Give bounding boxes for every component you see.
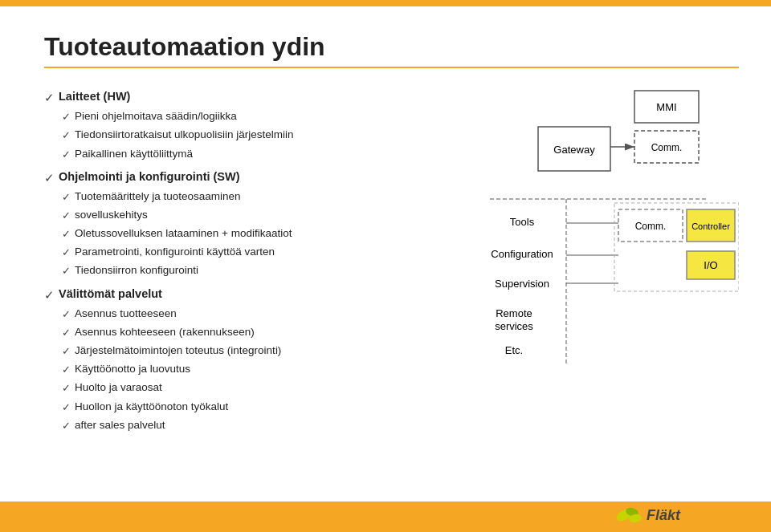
check-icon-s1-1: ✓: [62, 109, 71, 125]
section2-header: ✓ Ohjelmointi ja konfigurointi (SW): [44, 168, 434, 187]
s3-text-5: Huolto ja varaosat: [75, 380, 162, 396]
s3-text-4: Käyttöönotto ja luovutus: [75, 361, 190, 378]
flaktwoods-logo-svg: Fläkt Woods: [614, 502, 759, 528]
check-icon-s3-2: ✓: [62, 325, 71, 341]
tools-label: Tools: [510, 216, 535, 228]
section3-label: Välittömät palvelut: [59, 285, 162, 303]
section2-items: ✓ Tuotemäärittely ja tuoteosaaminen ✓ so…: [62, 189, 434, 280]
s1-item-3: ✓ Paikallinen käyttöliittymä: [62, 146, 434, 163]
s2-text-3: Oletussovelluksen lataaminen + modifikaa…: [75, 225, 292, 242]
s3-text-2: Asennus kohteeseen (rakennukseen): [75, 324, 255, 341]
s3-item-1: ✓ Asennus tuotteeseen: [62, 306, 434, 323]
architecture-diagram: MMI Comm. Gateway Tools Configuration Su…: [450, 83, 739, 396]
check-icon-s3: ✓: [44, 286, 55, 304]
s2-item-4: ✓ Parametrointi, konfigurointi käyttöä v…: [62, 244, 434, 261]
s3-item-2: ✓ Asennus kohteeseen (rakennukseen): [62, 324, 434, 341]
check-icon-s1-3: ✓: [62, 147, 71, 163]
gateway-label: Gateway: [553, 144, 595, 156]
section3-header: ✓ Välittömät palvelut: [44, 285, 434, 304]
content-area: ✓ Laitteet (HW) ✓ Pieni ohjelmoitava sää…: [44, 83, 739, 516]
section3-items: ✓ Asennus tuotteeseen ✓ Asennus kohteese…: [62, 306, 434, 434]
s2-item-3: ✓ Oletussovelluksen lataaminen + modifik…: [62, 225, 434, 242]
section1-label: Laitteet (HW): [59, 87, 130, 105]
check-icon-s3-3: ✓: [62, 343, 71, 359]
s1-item-1: ✓ Pieni ohjelmoitava säädin/logiikka: [62, 108, 434, 125]
right-column: MMI Comm. Gateway Tools Configuration Su…: [450, 83, 739, 516]
check-icon-s2-5: ✓: [62, 263, 71, 279]
comm-label1: Comm.: [651, 142, 683, 153]
section2-label: Ohjelmointi ja konfigurointi (SW): [59, 168, 240, 185]
s3-text-1: Asennus tuotteeseen: [75, 306, 177, 323]
comm-label2: Comm.: [635, 221, 667, 232]
s1-text-2: Tiedonsiirtoratkaisut ulkopuolisiin järj…: [75, 127, 294, 144]
s3-item-7: ✓ after sales palvelut: [62, 417, 434, 434]
check-icon-s2-3: ✓: [62, 226, 71, 242]
s3-item-4: ✓ Käyttöönotto ja luovutus: [62, 361, 434, 378]
check-icon-s1: ✓: [44, 88, 55, 107]
s3-item-3: ✓ Järjestelmätoimintojen toteutus (integ…: [62, 343, 434, 359]
supervision-label: Supervision: [495, 278, 549, 290]
copyright-label: © Fläkt Woods Group, Juhani Hyvärinen: [6, 364, 14, 496]
logo-container: Fläkt Woods: [614, 502, 759, 531]
configuration-label: Configuration: [491, 248, 553, 260]
s3-text-7: after sales palvelut: [75, 417, 165, 434]
svg-text:Fläkt: Fläkt: [647, 507, 681, 523]
s2-item-2: ✓ sovelluskehitys: [62, 207, 434, 224]
check-icon-s2-4: ✓: [62, 245, 71, 261]
svg-text:Woods: Woods: [689, 507, 737, 523]
io-label: I/O: [704, 259, 717, 271]
s1-item-2: ✓ Tiedonsiirtoratkaisut ulkopuolisiin jä…: [62, 127, 434, 144]
s2-text-1: Tuotemäärittely ja tuoteosaaminen: [75, 189, 241, 205]
check-icon-s2-2: ✓: [62, 208, 71, 224]
s3-text-3: Järjestelmätoimintojen toteutus (integro…: [75, 343, 281, 359]
check-icon-s1-2: ✓: [62, 128, 71, 144]
s2-text-4: Parametrointi, konfigurointi käyttöä var…: [75, 244, 275, 261]
check-icon-s3-1: ✓: [62, 307, 71, 323]
date-label: 8/29/2003: [6, 327, 14, 359]
s2-item-1: ✓ Tuotemäärittely ja tuoteosaaminen: [62, 189, 434, 205]
s2-text-2: sovelluskehitys: [75, 207, 148, 224]
s3-text-6: Huollon ja käyttöönoton työkalut: [75, 399, 228, 416]
s1-text-1: Pieni ohjelmoitava säädin/logiikka: [75, 108, 237, 125]
s3-item-5: ✓ Huolto ja varaosat: [62, 380, 434, 396]
s2-item-5: ✓ Tiedonsiirron konfigurointi: [62, 262, 434, 279]
check-icon-s2-1: ✓: [62, 189, 71, 205]
controller-label: Controller: [691, 221, 730, 231]
remote-services-label: Remote: [496, 307, 532, 319]
section1-header: ✓ Laitteet (HW): [44, 87, 434, 107]
check-icon-s3-7: ✓: [62, 418, 71, 434]
s3-item-6: ✓ Huollon ja käyttöönoton työkalut: [62, 399, 434, 416]
s2-text-5: Tiedonsiirron konfigurointi: [75, 262, 198, 279]
check-icon-s2: ✓: [44, 169, 55, 187]
s1-text-3: Paikallinen käyttöliittymä: [75, 146, 193, 163]
check-icon-s3-6: ✓: [62, 400, 71, 416]
remote-services-label2: services: [495, 320, 533, 332]
page-title: Tuoteautomaation ydin: [44, 32, 739, 68]
mmi-label: MMI: [656, 101, 676, 113]
check-icon-s3-5: ✓: [62, 380, 71, 396]
top-bar: [0, 0, 771, 6]
check-icon-s3-4: ✓: [62, 362, 71, 378]
bottom-bar: Fläkt Woods: [0, 502, 771, 532]
copyright-text: © Fläkt Woods Group, Juhani Hyvärinen 8/…: [6, 327, 14, 496]
section1-items: ✓ Pieni ohjelmoitava säädin/logiikka ✓ T…: [62, 108, 434, 162]
etc-label: Etc.: [505, 344, 523, 356]
left-column: ✓ Laitteet (HW) ✓ Pieni ohjelmoitava sää…: [44, 83, 434, 516]
